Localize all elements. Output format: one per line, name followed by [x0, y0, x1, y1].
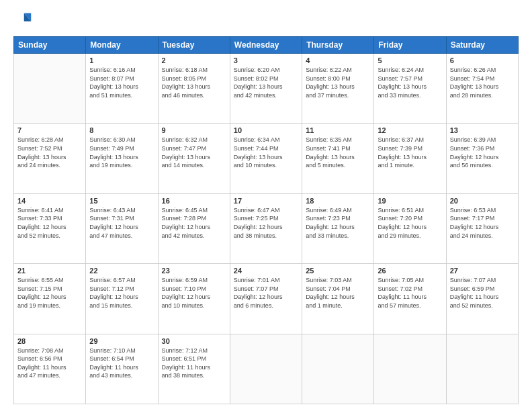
logo	[13, 11, 35, 30]
calendar-cell: 11Sunrise: 6:35 AM Sunset: 7:41 PM Dayli…	[302, 124, 374, 193]
week-row-2: 7Sunrise: 6:28 AM Sunset: 7:52 PM Daylig…	[14, 124, 519, 193]
cell-content: Sunrise: 6:59 AM Sunset: 7:10 PM Dayligh…	[162, 276, 226, 310]
day-number: 16	[162, 197, 226, 205]
calendar-cell: 1Sunrise: 6:16 AM Sunset: 8:07 PM Daylig…	[86, 54, 158, 124]
day-number: 19	[378, 197, 442, 205]
cell-content: Sunrise: 6:22 AM Sunset: 8:00 PM Dayligh…	[306, 66, 370, 99]
calendar-cell: 27Sunrise: 7:07 AM Sunset: 6:59 PM Dayli…	[446, 264, 518, 334]
calendar-cell	[14, 54, 86, 124]
calendar-cell: 26Sunrise: 7:05 AM Sunset: 7:02 PM Dayli…	[374, 264, 446, 334]
cell-content: Sunrise: 6:39 AM Sunset: 7:36 PM Dayligh…	[450, 136, 515, 169]
day-number: 25	[306, 267, 370, 275]
cell-content: Sunrise: 7:03 AM Sunset: 7:04 PM Dayligh…	[306, 276, 370, 310]
day-number: 14	[17, 197, 82, 205]
calendar-cell: 2Sunrise: 6:18 AM Sunset: 8:05 PM Daylig…	[158, 54, 230, 124]
day-number: 6	[450, 56, 515, 64]
cell-content: Sunrise: 6:32 AM Sunset: 7:47 PM Dayligh…	[162, 136, 226, 169]
calendar-cell: 16Sunrise: 6:45 AM Sunset: 7:28 PM Dayli…	[158, 193, 230, 263]
day-number: 3	[234, 56, 298, 64]
cell-content: Sunrise: 6:57 AM Sunset: 7:12 PM Dayligh…	[89, 276, 154, 310]
calendar-cell: 10Sunrise: 6:34 AM Sunset: 7:44 PM Dayli…	[230, 124, 302, 193]
day-number: 26	[378, 267, 442, 275]
weekday-header-monday: Monday	[86, 37, 158, 54]
cell-content: Sunrise: 6:53 AM Sunset: 7:17 PM Dayligh…	[450, 206, 515, 240]
cell-content: Sunrise: 7:07 AM Sunset: 6:59 PM Dayligh…	[450, 276, 515, 310]
day-number: 29	[89, 337, 154, 345]
cell-content: Sunrise: 6:28 AM Sunset: 7:52 PM Dayligh…	[17, 136, 82, 169]
day-number: 11	[306, 126, 370, 134]
calendar-cell: 6Sunrise: 6:26 AM Sunset: 7:54 PM Daylig…	[446, 54, 518, 124]
cell-content: Sunrise: 6:24 AM Sunset: 7:57 PM Dayligh…	[378, 66, 442, 99]
calendar-cell: 30Sunrise: 7:12 AM Sunset: 6:51 PM Dayli…	[158, 334, 230, 404]
cell-content: Sunrise: 6:47 AM Sunset: 7:25 PM Dayligh…	[234, 206, 298, 240]
cell-content: Sunrise: 6:41 AM Sunset: 7:33 PM Dayligh…	[17, 206, 82, 240]
weekday-header-thursday: Thursday	[302, 37, 374, 54]
cell-content: Sunrise: 6:16 AM Sunset: 8:07 PM Dayligh…	[89, 66, 154, 99]
calendar-cell: 22Sunrise: 6:57 AM Sunset: 7:12 PM Dayli…	[86, 264, 158, 334]
cell-content: Sunrise: 7:01 AM Sunset: 7:07 PM Dayligh…	[234, 276, 298, 310]
day-number: 1	[89, 56, 154, 64]
cell-content: Sunrise: 6:51 AM Sunset: 7:20 PM Dayligh…	[378, 206, 442, 240]
header	[13, 11, 519, 30]
day-number: 13	[450, 126, 515, 134]
calendar-cell: 8Sunrise: 6:30 AM Sunset: 7:49 PM Daylig…	[86, 124, 158, 193]
week-row-5: 28Sunrise: 7:08 AM Sunset: 6:56 PM Dayli…	[14, 334, 519, 404]
cell-content: Sunrise: 7:10 AM Sunset: 6:54 PM Dayligh…	[89, 347, 154, 380]
calendar-cell: 29Sunrise: 7:10 AM Sunset: 6:54 PM Dayli…	[86, 334, 158, 404]
calendar-cell: 18Sunrise: 6:49 AM Sunset: 7:23 PM Dayli…	[302, 193, 374, 263]
cell-content: Sunrise: 6:49 AM Sunset: 7:23 PM Dayligh…	[306, 206, 370, 240]
day-number: 24	[234, 267, 298, 275]
day-number: 7	[17, 126, 82, 134]
calendar-cell: 24Sunrise: 7:01 AM Sunset: 7:07 PM Dayli…	[230, 264, 302, 334]
week-row-3: 14Sunrise: 6:41 AM Sunset: 7:33 PM Dayli…	[14, 193, 519, 263]
calendar-cell: 17Sunrise: 6:47 AM Sunset: 7:25 PM Dayli…	[230, 193, 302, 263]
day-number: 28	[17, 337, 82, 345]
cell-content: Sunrise: 6:18 AM Sunset: 8:05 PM Dayligh…	[162, 66, 226, 99]
cell-content: Sunrise: 7:05 AM Sunset: 7:02 PM Dayligh…	[378, 276, 442, 310]
calendar-cell: 19Sunrise: 6:51 AM Sunset: 7:20 PM Dayli…	[374, 193, 446, 263]
page: SundayMondayTuesdayWednesdayThursdayFrid…	[0, 0, 532, 411]
cell-content: Sunrise: 6:43 AM Sunset: 7:31 PM Dayligh…	[89, 206, 154, 240]
cell-content: Sunrise: 6:37 AM Sunset: 7:39 PM Dayligh…	[378, 136, 442, 169]
day-number: 22	[89, 267, 154, 275]
day-number: 27	[450, 267, 515, 275]
cell-content: Sunrise: 6:30 AM Sunset: 7:49 PM Dayligh…	[89, 136, 154, 169]
cell-content: Sunrise: 6:45 AM Sunset: 7:28 PM Dayligh…	[162, 206, 226, 240]
cell-content: Sunrise: 6:34 AM Sunset: 7:44 PM Dayligh…	[234, 136, 298, 169]
day-number: 5	[378, 56, 442, 64]
logo-icon	[13, 11, 32, 30]
calendar-cell	[374, 334, 446, 404]
week-row-4: 21Sunrise: 6:55 AM Sunset: 7:15 PM Dayli…	[14, 264, 519, 334]
day-number: 12	[378, 126, 442, 134]
calendar-cell: 14Sunrise: 6:41 AM Sunset: 7:33 PM Dayli…	[14, 193, 86, 263]
day-number: 10	[234, 126, 298, 134]
weekday-header-row: SundayMondayTuesdayWednesdayThursdayFrid…	[14, 37, 519, 54]
calendar-cell	[446, 334, 518, 404]
cell-content: Sunrise: 6:20 AM Sunset: 8:02 PM Dayligh…	[234, 66, 298, 99]
weekday-header-saturday: Saturday	[446, 37, 518, 54]
calendar-cell: 12Sunrise: 6:37 AM Sunset: 7:39 PM Dayli…	[374, 124, 446, 193]
cell-content: Sunrise: 7:12 AM Sunset: 6:51 PM Dayligh…	[162, 347, 226, 380]
weekday-header-sunday: Sunday	[14, 37, 86, 54]
day-number: 8	[89, 126, 154, 134]
cell-content: Sunrise: 7:08 AM Sunset: 6:56 PM Dayligh…	[17, 347, 82, 380]
calendar-cell: 5Sunrise: 6:24 AM Sunset: 7:57 PM Daylig…	[374, 54, 446, 124]
calendar-cell: 20Sunrise: 6:53 AM Sunset: 7:17 PM Dayli…	[446, 193, 518, 263]
calendar-cell: 4Sunrise: 6:22 AM Sunset: 8:00 PM Daylig…	[302, 54, 374, 124]
cell-content: Sunrise: 6:55 AM Sunset: 7:15 PM Dayligh…	[17, 276, 82, 310]
week-row-1: 1Sunrise: 6:16 AM Sunset: 8:07 PM Daylig…	[14, 54, 519, 124]
day-number: 2	[162, 56, 226, 64]
calendar-cell: 9Sunrise: 6:32 AM Sunset: 7:47 PM Daylig…	[158, 124, 230, 193]
day-number: 9	[162, 126, 226, 134]
calendar-table: SundayMondayTuesdayWednesdayThursdayFrid…	[13, 36, 519, 404]
calendar-cell: 13Sunrise: 6:39 AM Sunset: 7:36 PM Dayli…	[446, 124, 518, 193]
day-number: 30	[162, 337, 226, 345]
calendar-cell: 25Sunrise: 7:03 AM Sunset: 7:04 PM Dayli…	[302, 264, 374, 334]
calendar-cell: 28Sunrise: 7:08 AM Sunset: 6:56 PM Dayli…	[14, 334, 86, 404]
cell-content: Sunrise: 6:35 AM Sunset: 7:41 PM Dayligh…	[306, 136, 370, 169]
day-number: 21	[17, 267, 82, 275]
weekday-header-tuesday: Tuesday	[158, 37, 230, 54]
calendar-cell	[230, 334, 302, 404]
day-number: 18	[306, 197, 370, 205]
weekday-header-wednesday: Wednesday	[230, 37, 302, 54]
